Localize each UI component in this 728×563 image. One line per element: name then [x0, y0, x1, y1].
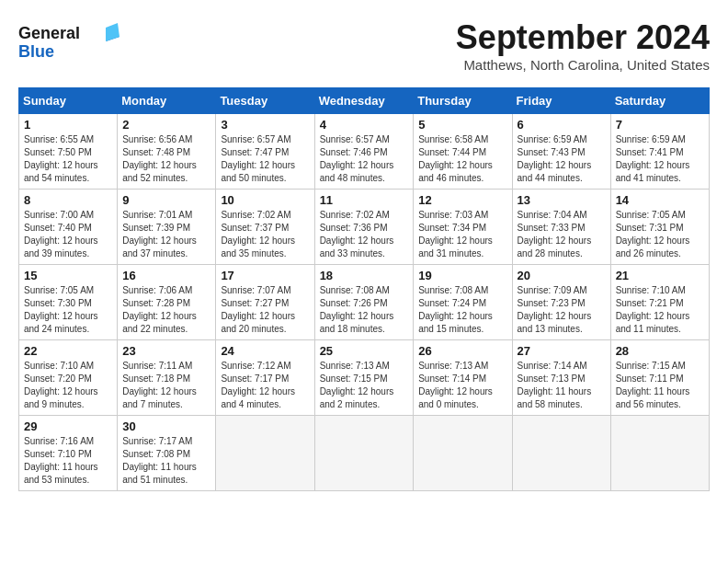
day-number: 28 [616, 344, 704, 358]
day-number: 25 [320, 344, 409, 358]
day-detail: Sunrise: 6:59 AMSunset: 7:43 PMDaylight:… [518, 133, 606, 185]
month-title: September 2024 [456, 18, 710, 57]
logo: General Blue [18, 18, 119, 64]
weekday-header: Thursday [414, 88, 512, 114]
day-detail: Sunrise: 6:57 AMSunset: 7:47 PMDaylight:… [221, 133, 309, 185]
logo-svg: General Blue [18, 18, 119, 64]
calendar-cell [512, 416, 610, 491]
calendar-cell: 28Sunrise: 7:15 AMSunset: 7:11 PMDayligh… [610, 340, 709, 416]
day-number: 10 [221, 193, 309, 207]
calendar-cell: 23Sunrise: 7:11 AMSunset: 7:18 PMDayligh… [118, 340, 216, 416]
day-number: 2 [122, 118, 210, 132]
calendar-cell: 20Sunrise: 7:09 AMSunset: 7:23 PMDayligh… [512, 265, 610, 340]
calendar-cell: 29Sunrise: 7:16 AMSunset: 7:10 PMDayligh… [19, 416, 118, 491]
day-detail: Sunrise: 7:14 AMSunset: 7:13 PMDaylight:… [518, 360, 606, 411]
day-number: 8 [24, 193, 112, 207]
calendar-cell: 25Sunrise: 7:13 AMSunset: 7:15 PMDayligh… [314, 340, 414, 416]
day-detail: Sunrise: 6:59 AMSunset: 7:41 PMDaylight:… [616, 133, 704, 185]
calendar-cell [314, 416, 414, 491]
day-detail: Sunrise: 7:15 AMSunset: 7:11 PMDaylight:… [616, 360, 704, 411]
calendar-cell: 2Sunrise: 6:56 AMSunset: 7:48 PMDaylight… [118, 114, 216, 190]
day-number: 16 [122, 269, 210, 282]
calendar-cell: 18Sunrise: 7:08 AMSunset: 7:26 PMDayligh… [314, 265, 414, 340]
day-number: 23 [122, 344, 210, 358]
calendar-week-row: 29Sunrise: 7:16 AMSunset: 7:10 PMDayligh… [19, 416, 710, 491]
svg-text:General: General [18, 24, 80, 42]
calendar-week-row: 15Sunrise: 7:05 AMSunset: 7:30 PMDayligh… [19, 265, 710, 340]
calendar-cell: 10Sunrise: 7:02 AMSunset: 7:37 PMDayligh… [216, 190, 314, 265]
calendar-cell: 21Sunrise: 7:10 AMSunset: 7:21 PMDayligh… [610, 265, 709, 340]
day-detail: Sunrise: 6:55 AMSunset: 7:50 PMDaylight:… [24, 133, 112, 185]
day-detail: Sunrise: 6:56 AMSunset: 7:48 PMDaylight:… [122, 133, 210, 185]
day-number: 7 [616, 118, 704, 132]
day-number: 5 [418, 118, 506, 132]
calendar-cell: 30Sunrise: 7:17 AMSunset: 7:08 PMDayligh… [118, 416, 216, 491]
calendar-cell: 4Sunrise: 6:57 AMSunset: 7:46 PMDaylight… [314, 114, 414, 190]
day-detail: Sunrise: 7:03 AMSunset: 7:34 PMDaylight:… [418, 209, 506, 260]
calendar-cell: 8Sunrise: 7:00 AMSunset: 7:40 PMDaylight… [19, 190, 118, 265]
calendar-cell: 9Sunrise: 7:01 AMSunset: 7:39 PMDaylight… [118, 190, 216, 265]
calendar-cell: 14Sunrise: 7:05 AMSunset: 7:31 PMDayligh… [610, 190, 709, 265]
day-number: 19 [418, 269, 506, 282]
title-area: September 2024 Matthews, North Carolina,… [456, 18, 710, 73]
day-detail: Sunrise: 7:07 AMSunset: 7:27 PMDaylight:… [221, 284, 309, 336]
weekday-header: Wednesday [314, 88, 414, 114]
calendar-cell: 24Sunrise: 7:12 AMSunset: 7:17 PMDayligh… [216, 340, 314, 416]
calendar-cell [610, 416, 709, 491]
day-detail: Sunrise: 6:57 AMSunset: 7:46 PMDaylight:… [320, 133, 409, 185]
calendar-cell: 15Sunrise: 7:05 AMSunset: 7:30 PMDayligh… [19, 265, 118, 340]
calendar-week-row: 8Sunrise: 7:00 AMSunset: 7:40 PMDaylight… [19, 190, 710, 265]
day-detail: Sunrise: 7:13 AMSunset: 7:14 PMDaylight:… [418, 360, 506, 411]
weekday-header: Tuesday [216, 88, 314, 114]
weekday-header: Monday [118, 88, 216, 114]
svg-marker-3 [106, 23, 119, 41]
day-detail: Sunrise: 7:06 AMSunset: 7:28 PMDaylight:… [122, 284, 210, 336]
day-detail: Sunrise: 7:09 AMSunset: 7:23 PMDaylight:… [518, 284, 606, 336]
calendar-header-row: SundayMondayTuesdayWednesdayThursdayFrid… [19, 88, 710, 114]
day-number: 22 [24, 344, 112, 358]
day-detail: Sunrise: 7:05 AMSunset: 7:31 PMDaylight:… [616, 209, 704, 260]
day-number: 21 [616, 269, 704, 282]
day-detail: Sunrise: 6:58 AMSunset: 7:44 PMDaylight:… [418, 133, 506, 185]
day-number: 26 [418, 344, 506, 358]
calendar-cell: 7Sunrise: 6:59 AMSunset: 7:41 PMDaylight… [610, 114, 709, 190]
weekday-header: Friday [512, 88, 610, 114]
calendar-cell: 12Sunrise: 7:03 AMSunset: 7:34 PMDayligh… [414, 190, 512, 265]
calendar-cell: 1Sunrise: 6:55 AMSunset: 7:50 PMDaylight… [19, 114, 118, 190]
calendar-cell: 13Sunrise: 7:04 AMSunset: 7:33 PMDayligh… [512, 190, 610, 265]
day-number: 30 [122, 419, 210, 433]
day-detail: Sunrise: 7:16 AMSunset: 7:10 PMDaylight:… [24, 435, 112, 487]
calendar-cell: 5Sunrise: 6:58 AMSunset: 7:44 PMDaylight… [414, 114, 512, 190]
calendar-week-row: 22Sunrise: 7:10 AMSunset: 7:20 PMDayligh… [19, 340, 710, 416]
day-number: 17 [221, 269, 309, 282]
day-detail: Sunrise: 7:04 AMSunset: 7:33 PMDaylight:… [518, 209, 606, 260]
day-detail: Sunrise: 7:10 AMSunset: 7:20 PMDaylight:… [24, 360, 112, 411]
day-detail: Sunrise: 7:05 AMSunset: 7:30 PMDaylight:… [24, 284, 112, 336]
calendar-cell: 26Sunrise: 7:13 AMSunset: 7:14 PMDayligh… [414, 340, 512, 416]
day-detail: Sunrise: 7:11 AMSunset: 7:18 PMDaylight:… [122, 360, 210, 411]
day-number: 27 [518, 344, 606, 358]
calendar-cell: 17Sunrise: 7:07 AMSunset: 7:27 PMDayligh… [216, 265, 314, 340]
weekday-header: Saturday [610, 88, 709, 114]
location: Matthews, North Carolina, United States [456, 57, 710, 73]
calendar-cell [414, 416, 512, 491]
day-number: 1 [24, 118, 112, 132]
day-number: 15 [24, 269, 112, 282]
day-number: 20 [518, 269, 606, 282]
page-header: General Blue September 2024 Matthews, No… [18, 18, 710, 73]
calendar-cell: 19Sunrise: 7:08 AMSunset: 7:24 PMDayligh… [414, 265, 512, 340]
day-detail: Sunrise: 7:10 AMSunset: 7:21 PMDaylight:… [616, 284, 704, 336]
calendar-cell [216, 416, 314, 491]
day-detail: Sunrise: 7:02 AMSunset: 7:37 PMDaylight:… [221, 209, 309, 260]
day-detail: Sunrise: 7:13 AMSunset: 7:15 PMDaylight:… [320, 360, 409, 411]
day-number: 4 [320, 118, 409, 132]
day-number: 18 [320, 269, 409, 282]
day-number: 14 [616, 193, 704, 207]
calendar-week-row: 1Sunrise: 6:55 AMSunset: 7:50 PMDaylight… [19, 114, 710, 190]
calendar-cell: 6Sunrise: 6:59 AMSunset: 7:43 PMDaylight… [512, 114, 610, 190]
calendar-cell: 22Sunrise: 7:10 AMSunset: 7:20 PMDayligh… [19, 340, 118, 416]
calendar-table: SundayMondayTuesdayWednesdayThursdayFrid… [18, 87, 710, 491]
weekday-header: Sunday [19, 88, 118, 114]
day-number: 6 [518, 118, 606, 132]
day-number: 13 [518, 193, 606, 207]
